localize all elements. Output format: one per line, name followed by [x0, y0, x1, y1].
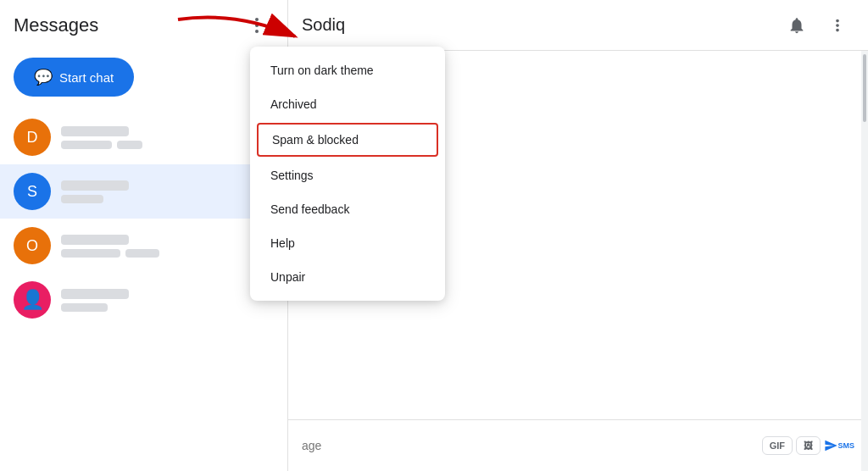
- sms-label: SMS: [837, 441, 854, 450]
- avatar: D: [14, 119, 51, 156]
- menu-item-spam-blocked[interactable]: Spam & blocked: [257, 123, 438, 157]
- more-options-button[interactable]: [821, 8, 854, 42]
- conversation-content: 8/2: [61, 288, 274, 312]
- bell-icon: [787, 16, 806, 35]
- send-button[interactable]: SMS: [824, 430, 854, 461]
- chat-icon: 💬: [34, 68, 53, 86]
- input-actions: GIF 🖼 SMS: [762, 430, 854, 461]
- preview-bar: [61, 249, 120, 258]
- gif-button[interactable]: GIF: [762, 436, 793, 455]
- menu-item-unpair[interactable]: Unpair: [250, 260, 445, 294]
- avatar: O: [14, 227, 51, 264]
- scrollbar-track[interactable]: [861, 51, 868, 471]
- contact-name-placeholder: [61, 289, 129, 299]
- menu-item-archived-label: Archived: [270, 97, 316, 111]
- conversation-item[interactable]: 👤 8/2: [0, 273, 287, 327]
- menu-item-help[interactable]: Help: [250, 226, 445, 260]
- dropdown-menu: Turn on dark theme Archived Spam & block…: [250, 47, 445, 301]
- conversation-content: 8/2: [61, 234, 274, 258]
- header-actions: [780, 8, 854, 42]
- contact-name-placeholder: [61, 235, 129, 245]
- contact-name-placeholder: [61, 126, 129, 136]
- menu-item-settings[interactable]: Settings: [250, 158, 445, 192]
- menu-item-help-label: Help: [270, 236, 295, 250]
- menu-item-dark-theme[interactable]: Turn on dark theme: [250, 53, 445, 87]
- preview-bar: [61, 141, 112, 149]
- preview-bar: [61, 195, 103, 203]
- menu-item-unpair-label: Unpair: [270, 270, 305, 284]
- avatar: 👤: [14, 281, 51, 319]
- contact-name: Sodiq: [302, 15, 345, 35]
- sticker-icon: 🖼: [804, 441, 813, 451]
- sidebar: Messages 💬 Start chat D 8/3: [0, 0, 288, 471]
- menu-item-send-feedback-label: Send feedback: [270, 202, 349, 216]
- menu-item-archived[interactable]: Archived: [250, 87, 445, 121]
- sticker-button[interactable]: 🖼: [796, 436, 821, 455]
- conversation-content: 8/3: [61, 125, 274, 149]
- app-container: Messages 💬 Start chat D 8/3: [0, 0, 868, 471]
- menu-item-spam-blocked-label: Spam & blocked: [272, 133, 359, 147]
- gif-label: GIF: [770, 441, 785, 451]
- vertical-dots-icon: [828, 16, 847, 35]
- send-icon: [824, 436, 837, 455]
- start-chat-label: Start chat: [59, 70, 114, 85]
- menu-item-settings-label: Settings: [270, 169, 314, 182]
- conversation-item[interactable]: O 8/2: [0, 219, 287, 273]
- preview-bar: [61, 303, 108, 312]
- conversation-item[interactable]: S 8/3: [0, 164, 287, 219]
- message-input[interactable]: [302, 439, 755, 452]
- menu-item-dark-theme-label: Turn on dark theme: [270, 64, 374, 77]
- start-chat-button[interactable]: 💬 Start chat: [14, 58, 134, 97]
- contact-name-placeholder: [61, 180, 129, 191]
- menu-item-send-feedback[interactable]: Send feedback: [250, 192, 445, 226]
- conversation-item[interactable]: D 8/3: [0, 110, 287, 164]
- input-area: GIF 🖼 SMS: [288, 419, 868, 471]
- preview-bar: [117, 141, 142, 149]
- sidebar-title: Messages: [14, 14, 98, 36]
- conversation-content: 8/3: [61, 180, 274, 203]
- main-header: Sodiq: [288, 0, 868, 51]
- notifications-button[interactable]: [780, 8, 814, 42]
- avatar: S: [14, 173, 51, 210]
- preview-bar: [125, 249, 159, 258]
- conversation-list: D 8/3 S 8/3: [0, 110, 287, 471]
- scrollbar-thumb: [863, 54, 866, 122]
